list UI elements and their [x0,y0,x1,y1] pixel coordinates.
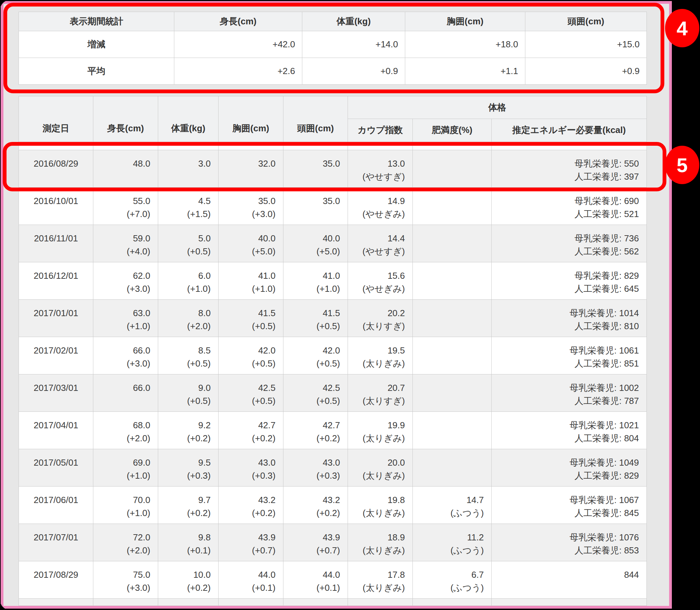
stat-value: +15.0 [525,31,647,58]
stats-table: 表示期間統計 身長(cm) 体重(kg) 胸囲(cm) 頭囲(cm) 増減 +4… [19,12,647,85]
cell-date: 2017/07/01 [19,524,93,561]
cell-energy: 母乳栄養児: 690人工栄養児: 521 [492,188,647,225]
cell-head: 41.5(+0.5) [283,300,348,337]
cell-energy: 母乳栄養児: 1002人工栄養児: 787 [492,374,647,412]
cell-height: 62.0(+3.0) [93,262,158,300]
cell-height: 72.0(+2.0) [93,524,158,561]
column-header-weight: 体重(kg) [158,96,219,142]
cell-weight: 9.7(+0.2) [158,487,219,524]
stat-value: +2.6 [174,58,302,85]
stat-value: +0.9 [302,58,405,85]
records-header-row-1: 測定日 身長(cm) 体重(kg) 胸囲(cm) 頭囲(cm) 体格 [19,96,647,119]
cell-kaup-index: 14.4(やせすぎ) [348,225,413,262]
group-header-physique: 体格 [348,96,647,119]
cell-kaup-index: 20.0(太りぎみ) [348,449,413,487]
cell-chest: 42.7(+0.2) [219,412,283,449]
cell-kaup-index: 15.6(やせぎみ) [348,262,413,300]
cell-head: 42.0(+0.5) [283,337,348,374]
cell-weight: 6.0(+1.0) [158,262,219,300]
record-row: 2017/04/01 68.0(+2.0) 9.2(+0.2) 42.7(+0.… [19,412,647,449]
cell-height: 69.0(+1.0) [93,449,158,487]
cell-chest: 44.0(+0.1) [219,561,283,599]
cell-chest: 41.0(+1.0) [219,262,283,300]
cell-height: 75.0(+3.0) [93,561,158,599]
cell-chest: 32.0 [219,150,283,188]
stat-value: +0.9 [525,58,647,85]
cell-head: 40.0(+5.0) [283,225,348,262]
record-row: 2017/03/01 66.0 9.0(+0.5) 42.5(+0.5) 42.… [19,374,647,412]
cell-chest: 43.9(+0.7) [219,524,283,561]
record-row: 2016/11/01 59.0(+4.0) 5.0(+0.5) 40.0(+5.… [19,225,647,262]
cell-obesity [413,225,492,262]
cell-head: 35.0 [283,188,348,225]
cell-date: 2017/04/01 [19,412,93,449]
cell-obesity: 11.2(ふつう) [413,524,492,561]
cell-weight: 9.8(+0.1) [158,524,219,561]
cell-head: 42.5(+0.5) [283,374,348,412]
cell-kaup-index: 18.9(太りぎみ) [348,524,413,561]
cell-weight: 8.5(+0.5) [158,337,219,374]
cell-weight: 9.5(+0.3) [158,449,219,487]
cell-chest: 42.5(+0.5) [219,374,283,412]
column-header-height: 身長(cm) [174,12,302,31]
cell-chest: 40.0(+5.0) [219,225,283,262]
cell-kaup-index: 19.9(太りぎみ) [348,412,413,449]
cell-kaup-index: 14.9(やせぎみ) [348,188,413,225]
column-header-energy: 推定エネルギー必要量(kcal) [492,119,647,142]
stat-value: +1.1 [405,58,525,85]
partial-row-top [19,142,647,150]
records-tbody: 2016/08/29 48.0 3.0 32.0 35.0 13.0(やせすぎ)… [19,150,647,599]
cell-chest: 43.0(+0.3) [219,449,283,487]
records-table: 測定日 身長(cm) 体重(kg) 胸囲(cm) 頭囲(cm) 体格 カウプ指数… [19,96,647,606]
stat-row-label: 増減 [19,31,174,58]
cell-head: 35.0 [283,150,348,188]
cell-date: 2016/10/01 [19,188,93,225]
cell-kaup-index: 17.8(太りぎみ) [348,561,413,599]
cell-obesity: 6.7(ふつう) [413,561,492,599]
column-header-chest: 胸囲(cm) [405,12,525,31]
stat-value: +14.0 [302,31,405,58]
cell-obesity [413,262,492,300]
records-partial-top [19,142,647,150]
record-row: 2016/08/29 48.0 3.0 32.0 35.0 13.0(やせすぎ)… [19,150,647,188]
stats-row-average: 平均 +2.6 +0.9 +1.1 +0.9 [19,58,647,85]
cell-height: 68.0(+2.0) [93,412,158,449]
cell-weight: 10.0(+0.2) [158,561,219,599]
cell-chest: 42.0(+0.5) [219,337,283,374]
cell-obesity [413,188,492,225]
cell-height: 66.0 [93,374,158,412]
cell-head: 43.2(+0.2) [283,487,348,524]
cell-date: 2017/08/29 [19,561,93,599]
column-header-date: 測定日 [19,96,93,142]
cell-height: 59.0(+4.0) [93,225,158,262]
cell-weight: 4.5(+1.5) [158,188,219,225]
cell-date: 2017/01/01 [19,300,93,337]
cell-weight: 9.2(+0.2) [158,412,219,449]
cell-height: 70.0(+1.0) [93,487,158,524]
cell-obesity [413,374,492,412]
cell-kaup-index: 20.7(太りすぎ) [348,374,413,412]
record-row: 2016/10/01 55.0(+7.0) 4.5(+1.5) 35.0(+3.… [19,188,647,225]
records-partial-bottom [19,599,647,606]
cell-head: 44.0(+0.1) [283,561,348,599]
stat-row-label: 平均 [19,58,174,85]
column-header-kaup-index: カウプ指数 [348,119,413,142]
cell-obesity [413,337,492,374]
cell-kaup-index: 13.0(やせすぎ) [348,150,413,188]
cell-energy: 母乳栄養児: 1061人工栄養児: 851 [492,337,647,374]
cell-height: 66.0(+3.0) [93,337,158,374]
screenshot-frame: 表示期間統計 身長(cm) 体重(kg) 胸囲(cm) 頭囲(cm) 増減 +4… [0,0,700,610]
annotation-badge-4: 4 [665,9,699,47]
cell-date: 2017/05/01 [19,449,93,487]
cell-energy: 母乳栄養児: 1014人工栄養児: 810 [492,300,647,337]
cell-energy: 母乳栄養児: 1076人工栄養児: 853 [492,524,647,561]
cell-chest: 41.5(+0.5) [219,300,283,337]
cell-kaup-index: 19.5(太りぎみ) [348,337,413,374]
cell-energy: 母乳栄養児: 1049人工栄養児: 829 [492,449,647,487]
column-header-stats-title: 表示期間統計 [19,12,174,31]
stat-value: +18.0 [405,31,525,58]
cell-weight: 3.0 [158,150,219,188]
record-row: 2017/08/29 75.0(+3.0) 10.0(+0.2) 44.0(+0… [19,561,647,599]
cell-date: 2016/12/01 [19,262,93,300]
cell-energy: 母乳栄養児: 550人工栄養児: 397 [492,150,647,188]
